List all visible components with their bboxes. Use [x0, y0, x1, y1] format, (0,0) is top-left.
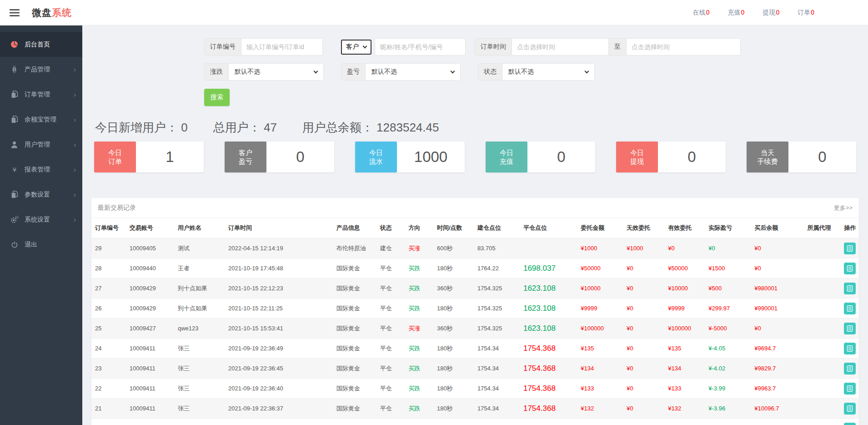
trades-table: 订单编号交易账号用户姓名订单时间产品信息状态方向时间/点数建仓点位平仓点位委托金… — [91, 218, 859, 425]
cell-text: ¥0 — [627, 365, 633, 372]
row-detail-button[interactable] — [844, 243, 856, 254]
profit-label: 盈亏 — [341, 64, 366, 80]
column-header: 操作 — [840, 218, 859, 238]
cell-agent — [804, 258, 841, 278]
stat-card-label-line2: 手续费 — [758, 157, 778, 166]
row-detail-button[interactable] — [844, 283, 856, 294]
status-select[interactable]: 默认不选 — [502, 64, 594, 80]
sidebar-item-logout[interactable]: 退出 — [0, 232, 82, 257]
cell-profit: ¥-5000 — [705, 319, 751, 339]
cell-text: qwe123 — [178, 325, 199, 332]
cell-action — [840, 379, 859, 399]
cell-text: ¥132 — [581, 405, 594, 412]
profit-select[interactable]: 默认不选 — [366, 64, 460, 80]
cell-text: 国际黄金 — [336, 345, 360, 352]
hamburger-menu-icon[interactable] — [9, 8, 20, 17]
cell-profit: ¥-3.99 — [705, 379, 751, 399]
cell-balance: ¥0 — [751, 319, 803, 339]
cell-text: 1623.108 — [523, 324, 556, 333]
column-header: 状态 — [376, 218, 405, 238]
cell-open: 1764.22 — [474, 258, 520, 278]
cell-direction: 买跌 — [405, 339, 433, 359]
updown-label: 涨跌 — [205, 64, 229, 80]
cell-invalid: ¥0 — [623, 359, 664, 379]
cell-account: 10009411 — [126, 359, 174, 379]
cell-text: 张三 — [178, 385, 190, 392]
search-button[interactable]: 搜索 — [204, 89, 230, 106]
to-label: 至 — [608, 39, 627, 55]
header-link-recharge[interactable]: 充值0 — [728, 9, 745, 17]
customer-keyword-input[interactable] — [375, 39, 465, 55]
cell-name: qwe123 — [174, 319, 225, 339]
header-link-label: 提现 — [763, 9, 775, 16]
cell-text: 1754.368 — [523, 384, 556, 393]
updown-select-value: 默认不选 — [235, 68, 260, 76]
cell-text: 2021-09-19 22:36:37 — [228, 405, 283, 412]
cell-product: 国际黄金 — [333, 278, 376, 299]
sidebar-item-home[interactable]: 后台首页 — [0, 32, 82, 57]
table-row: 2610009429到十点如果2021-10-15 22:11:25国际黄金平仓… — [91, 299, 859, 319]
sidebar-item-users[interactable]: 用户管理› — [0, 132, 82, 157]
row-detail-button[interactable] — [844, 263, 856, 274]
cell-action — [840, 359, 859, 379]
cell-invalid: ¥0 — [623, 258, 664, 278]
header-link-withdraw[interactable]: 提现0 — [763, 9, 779, 17]
cell-text: ¥9829.7 — [754, 365, 776, 372]
time-to-input[interactable] — [627, 39, 740, 55]
stat-card-label-line2: 提现 — [630, 157, 644, 166]
row-detail-button[interactable] — [844, 303, 856, 314]
cell-text: 买跌 — [408, 265, 420, 272]
stat-card-label-line1: 今日 — [630, 148, 644, 157]
cell-text: ¥9999 — [668, 305, 684, 312]
header-link-online[interactable]: 在线0 — [693, 9, 710, 17]
cell-direction: 买跌 — [405, 299, 433, 319]
time-from-input[interactable] — [512, 39, 608, 55]
stat-card-label: 今日流水 — [355, 142, 397, 172]
cell-text: 平仓 — [380, 265, 392, 272]
stat-cards: 今日订单1客户盈亏0今日流水1000今日充值0今日提现0当天手续费0 — [91, 142, 859, 172]
sidebar-item-orders[interactable]: 订单管理› — [0, 82, 82, 107]
column-header: 平仓点位 — [520, 218, 577, 238]
stat-card-label-line1: 今日 — [108, 148, 122, 157]
cell-time: 2021-09-19 22:36:45 — [225, 359, 333, 379]
chevron-right-icon: › — [74, 216, 76, 223]
cell-close: 1754.368 — [520, 379, 577, 399]
cell-text: 平仓 — [380, 325, 392, 332]
sidebar-item-reports[interactable]: ¥报表管理› — [0, 157, 82, 182]
row-detail-button[interactable] — [844, 363, 856, 374]
cell-valid: ¥134 — [664, 359, 705, 379]
customer-type-select[interactable]: 客户 — [341, 40, 371, 55]
header-link-orders[interactable]: 订单0 — [798, 9, 814, 17]
chevron-right-icon: › — [74, 166, 76, 173]
row-detail-button[interactable] — [844, 383, 856, 395]
cell-text: ¥135 — [668, 345, 681, 352]
power-icon — [10, 241, 19, 248]
cell-text: 1754.325 — [477, 305, 502, 312]
more-link[interactable]: 更多>> — [834, 204, 853, 212]
column-header: 买后余额 — [751, 218, 803, 238]
stat-card-customer-pnl: 客户盈亏0 — [225, 142, 334, 172]
user-icon — [10, 141, 19, 148]
cell-open: 1754.325 — [474, 299, 520, 319]
cell-name: 张三 — [174, 379, 225, 399]
row-detail-button[interactable] — [844, 423, 856, 425]
row-detail-button[interactable] — [844, 343, 856, 354]
stat-card-label: 今日提现 — [616, 142, 658, 172]
cell-text: ¥10000 — [668, 285, 687, 292]
cell-profit: ¥0 — [705, 238, 751, 258]
stat-card-value: 0 — [527, 142, 595, 172]
order-time-label: 订单时间 — [475, 39, 512, 55]
row-detail-button[interactable] — [844, 323, 856, 334]
updown-select[interactable]: 默认不选 — [229, 64, 323, 80]
stat-card-value: 0 — [266, 142, 334, 172]
row-detail-button[interactable] — [844, 403, 856, 415]
sidebar-item-params[interactable]: 参数设置› — [0, 182, 82, 207]
sidebar-item-products[interactable]: B产品管理› — [0, 57, 82, 82]
sidebar-item-system[interactable]: 系统设置› — [0, 207, 82, 232]
order-no-input[interactable] — [241, 39, 322, 55]
cell-text: 王者 — [178, 265, 190, 272]
cell-text: ¥9694.7 — [754, 345, 776, 352]
cell-text: ¥0 — [754, 325, 761, 332]
sidebar-item-yuebao[interactable]: 余额宝管理› — [0, 107, 82, 132]
cell-action — [840, 319, 859, 339]
